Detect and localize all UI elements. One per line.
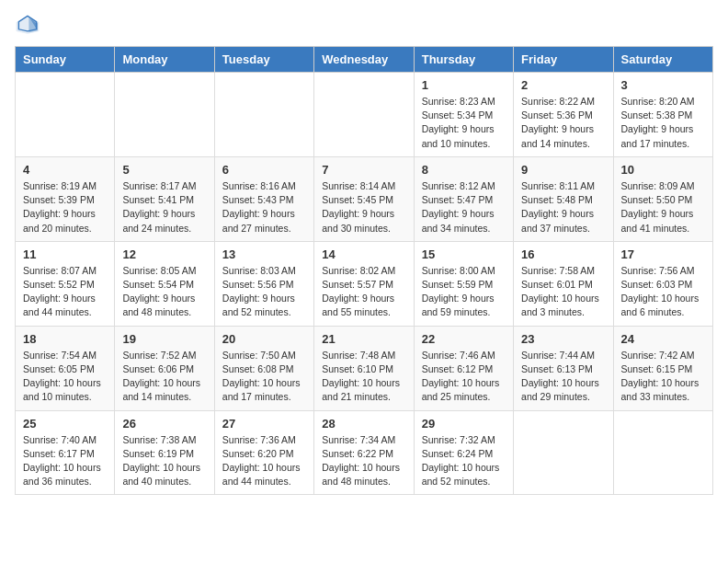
header-saturday: Saturday: [613, 47, 712, 73]
day-info: Sunrise: 8:19 AM Sunset: 5:39 PM Dayligh…: [23, 179, 107, 236]
day-number: 12: [122, 247, 206, 261]
day-number: 6: [222, 163, 306, 177]
day-info: Sunrise: 7:38 AM Sunset: 6:19 PM Dayligh…: [122, 433, 206, 489]
day-number: 4: [23, 163, 107, 177]
day-info: Sunrise: 8:20 AM Sunset: 5:38 PM Dayligh…: [621, 95, 705, 151]
day-number: 19: [122, 332, 206, 346]
calendar-cell: 18Sunrise: 7:54 AM Sunset: 6:05 PM Dayli…: [16, 326, 115, 410]
calendar-cell: 11Sunrise: 8:07 AM Sunset: 5:52 PM Dayli…: [16, 241, 115, 326]
day-info: Sunrise: 7:54 AM Sunset: 6:05 PM Dayligh…: [23, 349, 107, 405]
day-number: 2: [521, 78, 605, 92]
day-number: 14: [322, 247, 405, 261]
calendar-cell: 20Sunrise: 7:50 AM Sunset: 6:08 PM Dayli…: [214, 326, 313, 410]
day-number: 29: [422, 417, 506, 431]
day-info: Sunrise: 8:17 AM Sunset: 5:41 PM Dayligh…: [122, 179, 206, 236]
day-info: Sunrise: 7:42 AM Sunset: 6:15 PM Dayligh…: [621, 349, 705, 405]
calendar-cell: 1Sunrise: 8:23 AM Sunset: 5:34 PM Daylig…: [414, 73, 513, 157]
calendar-cell: [613, 410, 712, 495]
calendar-table: SundayMondayTuesdayWednesdayThursdayFrid…: [15, 46, 713, 495]
calendar-cell: 25Sunrise: 7:40 AM Sunset: 6:17 PM Dayli…: [16, 410, 115, 495]
day-number: 13: [222, 247, 306, 261]
calendar-cell: [314, 73, 414, 157]
day-info: Sunrise: 8:00 AM Sunset: 5:59 PM Dayligh…: [422, 264, 506, 320]
day-number: 28: [322, 417, 405, 431]
day-info: Sunrise: 8:11 AM Sunset: 5:48 PM Dayligh…: [521, 179, 605, 236]
day-info: Sunrise: 7:32 AM Sunset: 6:24 PM Dayligh…: [422, 433, 506, 489]
calendar-cell: 15Sunrise: 8:00 AM Sunset: 5:59 PM Dayli…: [414, 241, 513, 326]
day-info: Sunrise: 8:05 AM Sunset: 5:54 PM Dayligh…: [122, 264, 206, 320]
day-info: Sunrise: 7:44 AM Sunset: 6:13 PM Dayligh…: [521, 349, 605, 405]
page-header: [15, 15, 713, 35]
calendar-cell: 23Sunrise: 7:44 AM Sunset: 6:13 PM Dayli…: [514, 326, 613, 410]
calendar-cell: 3Sunrise: 8:20 AM Sunset: 5:38 PM Daylig…: [613, 73, 712, 157]
day-info: Sunrise: 8:12 AM Sunset: 5:47 PM Dayligh…: [422, 179, 506, 236]
calendar-cell: 17Sunrise: 7:56 AM Sunset: 6:03 PM Dayli…: [613, 241, 712, 326]
week-row-4: 25Sunrise: 7:40 AM Sunset: 6:17 PM Dayli…: [16, 410, 713, 495]
day-info: Sunrise: 7:48 AM Sunset: 6:10 PM Dayligh…: [322, 349, 405, 405]
day-number: 5: [122, 163, 206, 177]
day-info: Sunrise: 7:40 AM Sunset: 6:17 PM Dayligh…: [23, 433, 107, 489]
day-info: Sunrise: 7:36 AM Sunset: 6:20 PM Dayligh…: [222, 433, 306, 489]
calendar-cell: 29Sunrise: 7:32 AM Sunset: 6:24 PM Dayli…: [414, 410, 513, 495]
day-info: Sunrise: 7:34 AM Sunset: 6:22 PM Dayligh…: [322, 433, 405, 489]
day-info: Sunrise: 7:56 AM Sunset: 6:03 PM Dayligh…: [621, 264, 705, 320]
day-number: 11: [23, 247, 107, 261]
day-info: Sunrise: 8:22 AM Sunset: 5:36 PM Dayligh…: [521, 95, 605, 151]
day-number: 16: [521, 247, 605, 261]
calendar-cell: 22Sunrise: 7:46 AM Sunset: 6:12 PM Dayli…: [414, 326, 513, 410]
week-row-1: 4Sunrise: 8:19 AM Sunset: 5:39 PM Daylig…: [16, 156, 713, 241]
calendar-cell: 21Sunrise: 7:48 AM Sunset: 6:10 PM Dayli…: [314, 326, 414, 410]
calendar-cell: 4Sunrise: 8:19 AM Sunset: 5:39 PM Daylig…: [16, 156, 115, 241]
week-row-2: 11Sunrise: 8:07 AM Sunset: 5:52 PM Dayli…: [16, 241, 713, 326]
calendar-cell: 9Sunrise: 8:11 AM Sunset: 5:48 PM Daylig…: [514, 156, 613, 241]
calendar-cell: 2Sunrise: 8:22 AM Sunset: 5:36 PM Daylig…: [514, 73, 613, 157]
day-info: Sunrise: 7:50 AM Sunset: 6:08 PM Dayligh…: [222, 349, 306, 405]
header-sunday: Sunday: [16, 47, 115, 73]
calendar-cell: 8Sunrise: 8:12 AM Sunset: 5:47 PM Daylig…: [414, 156, 513, 241]
day-info: Sunrise: 8:09 AM Sunset: 5:50 PM Dayligh…: [621, 179, 705, 236]
day-number: 8: [422, 163, 506, 177]
day-info: Sunrise: 8:14 AM Sunset: 5:45 PM Dayligh…: [322, 179, 405, 236]
header-tuesday: Tuesday: [214, 47, 313, 73]
day-number: 21: [322, 332, 405, 346]
calendar-cell: 7Sunrise: 8:14 AM Sunset: 5:45 PM Daylig…: [314, 156, 414, 241]
calendar-cell: 10Sunrise: 8:09 AM Sunset: 5:50 PM Dayli…: [613, 156, 712, 241]
calendar-cell: 26Sunrise: 7:38 AM Sunset: 6:19 PM Dayli…: [115, 410, 214, 495]
calendar-cell: 28Sunrise: 7:34 AM Sunset: 6:22 PM Dayli…: [314, 410, 414, 495]
calendar-cell: 24Sunrise: 7:42 AM Sunset: 6:15 PM Dayli…: [613, 326, 712, 410]
calendar-header-row: SundayMondayTuesdayWednesdayThursdayFrid…: [16, 47, 713, 73]
calendar-cell: 5Sunrise: 8:17 AM Sunset: 5:41 PM Daylig…: [115, 156, 214, 241]
day-number: 27: [222, 417, 306, 431]
logo-icon: [15, 15, 40, 35]
calendar-cell: [115, 73, 214, 157]
day-number: 18: [23, 332, 107, 346]
header-friday: Friday: [514, 47, 613, 73]
day-info: Sunrise: 7:52 AM Sunset: 6:06 PM Dayligh…: [122, 349, 206, 405]
calendar-cell: [514, 410, 613, 495]
calendar-cell: 16Sunrise: 7:58 AM Sunset: 6:01 PM Dayli…: [514, 241, 613, 326]
logo: [15, 15, 44, 35]
day-number: 9: [521, 163, 605, 177]
header-monday: Monday: [115, 47, 214, 73]
day-number: 26: [122, 417, 206, 431]
calendar-cell: 6Sunrise: 8:16 AM Sunset: 5:43 PM Daylig…: [214, 156, 313, 241]
day-info: Sunrise: 7:58 AM Sunset: 6:01 PM Dayligh…: [521, 264, 605, 320]
day-info: Sunrise: 8:23 AM Sunset: 5:34 PM Dayligh…: [422, 95, 506, 151]
day-info: Sunrise: 8:16 AM Sunset: 5:43 PM Dayligh…: [222, 179, 306, 236]
day-number: 23: [521, 332, 605, 346]
calendar-cell: 19Sunrise: 7:52 AM Sunset: 6:06 PM Dayli…: [115, 326, 214, 410]
header-thursday: Thursday: [414, 47, 513, 73]
header-wednesday: Wednesday: [314, 47, 414, 73]
day-info: Sunrise: 7:46 AM Sunset: 6:12 PM Dayligh…: [422, 349, 506, 405]
week-row-3: 18Sunrise: 7:54 AM Sunset: 6:05 PM Dayli…: [16, 326, 713, 410]
day-info: Sunrise: 8:02 AM Sunset: 5:57 PM Dayligh…: [322, 264, 405, 320]
calendar-cell: 12Sunrise: 8:05 AM Sunset: 5:54 PM Dayli…: [115, 241, 214, 326]
day-number: 7: [322, 163, 405, 177]
day-number: 24: [621, 332, 705, 346]
calendar-cell: 13Sunrise: 8:03 AM Sunset: 5:56 PM Dayli…: [214, 241, 313, 326]
day-number: 3: [621, 78, 705, 92]
day-info: Sunrise: 8:03 AM Sunset: 5:56 PM Dayligh…: [222, 264, 306, 320]
day-info: Sunrise: 8:07 AM Sunset: 5:52 PM Dayligh…: [23, 264, 107, 320]
calendar-cell: [214, 73, 313, 157]
day-number: 22: [422, 332, 506, 346]
